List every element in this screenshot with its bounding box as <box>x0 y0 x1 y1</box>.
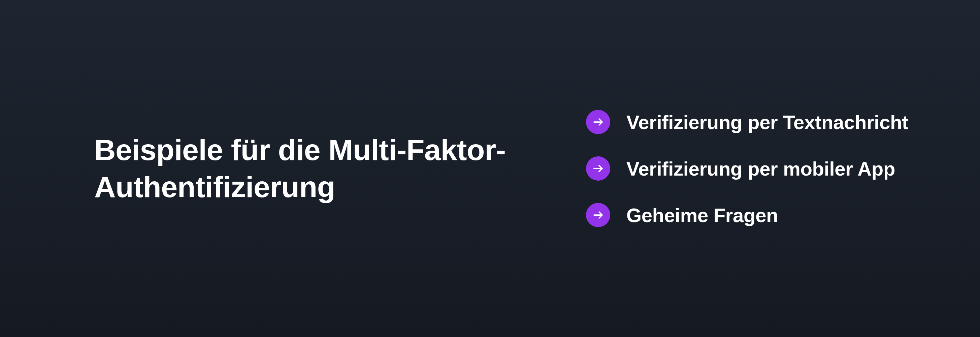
list-item: Geheime Fragen <box>586 203 908 227</box>
arrow-bullet-icon <box>586 203 610 227</box>
content-container: Beispiele für die Multi-Faktor-Authentif… <box>0 110 980 227</box>
list-item-label: Geheime Fragen <box>627 204 778 227</box>
heading-section: Beispiele für die Multi-Faktor-Authentif… <box>94 131 532 206</box>
arrow-bullet-icon <box>586 157 610 180</box>
list-item-label: Verifizierung per mobiler App <box>627 157 895 180</box>
list-item-label: Verifizierung per Textnachricht <box>627 111 908 133</box>
list-section: Verifizierung per Textnachricht Verifizi… <box>532 110 908 227</box>
list-item: Verifizierung per Textnachricht <box>586 110 908 134</box>
main-heading: Beispiele für die Multi-Faktor-Authentif… <box>94 131 532 206</box>
list-item: Verifizierung per mobiler App <box>586 157 908 180</box>
examples-list: Verifizierung per Textnachricht Verifizi… <box>586 110 908 227</box>
arrow-bullet-icon <box>586 110 610 134</box>
